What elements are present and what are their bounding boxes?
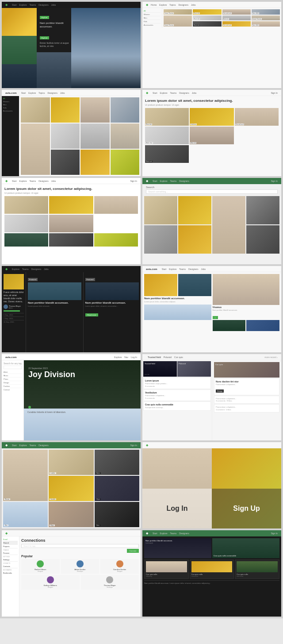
nav-home[interactable]: Home xyxy=(151,4,157,6)
r2l-p7[interactable] xyxy=(80,123,110,149)
r5r-nav-trusted[interactable]: Trusted field xyxy=(148,356,161,359)
nav-item-start[interactable]: Start xyxy=(12,4,17,6)
r4r-nav-jobs[interactable]: Jobs xyxy=(201,268,206,270)
r3r-p1[interactable] xyxy=(144,196,177,224)
r3r-p7[interactable] xyxy=(246,225,279,254)
nav-jobs[interactable]: Jobs xyxy=(191,4,196,6)
r2l-p2[interactable] xyxy=(51,97,80,123)
sidebar-cat-access[interactable]: Accessories xyxy=(3,110,18,112)
product-item-5[interactable]: Susan Thomas xyxy=(164,15,192,27)
r4l-nav-jobs[interactable]: Jobs xyxy=(44,268,49,270)
r6l-nav-explore[interactable]: Explore xyxy=(19,444,27,447)
r5r-nunc-tag[interactable]: Design xyxy=(216,389,224,393)
product-item-2[interactable]: Blond skit xyxy=(193,9,221,15)
r7r-nav-designers[interactable]: Designers xyxy=(179,532,189,535)
sidebar-cat-men[interactable]: Men xyxy=(3,104,18,106)
r2l-p11[interactable] xyxy=(111,150,140,175)
r4r-img2[interactable] xyxy=(178,274,211,296)
r6r-login-text[interactable]: Log In xyxy=(167,505,188,513)
r5r-nav-conq[interactable]: Con quis xyxy=(174,356,183,359)
r4r-woman-img[interactable] xyxy=(213,274,280,305)
r3r-nav-signin[interactable]: Sign In xyxy=(271,180,278,182)
r3r-search-input[interactable]: Search something... xyxy=(146,189,278,194)
r4r-img1[interactable] xyxy=(144,274,177,296)
r3r-p4[interactable] xyxy=(246,196,279,224)
r3l-p4[interactable] xyxy=(4,215,48,232)
r7r-nav-explore[interactable]: Explore xyxy=(160,532,168,535)
r5l-cat-artist[interactable]: Artist xyxy=(4,370,22,374)
r2r-p2[interactable]: Gold item xyxy=(190,108,233,126)
r4l-nav-designers[interactable]: Designers xyxy=(31,268,42,270)
r5l-cat-music[interactable]: Music xyxy=(4,374,22,378)
nav-r2r-explore[interactable]: Explore xyxy=(160,92,168,94)
r5r-img-night[interactable]: Trusted field ★ ★ ★ xyxy=(143,361,177,377)
product-item-8[interactable]: Susan Thomas xyxy=(252,15,280,21)
cat-men[interactable]: Men xyxy=(144,16,161,20)
r2l-p6[interactable] xyxy=(51,123,80,149)
r3l-p3[interactable] xyxy=(94,196,138,214)
r2r-p6[interactable]: Black rock xyxy=(145,145,189,163)
r5l-cat-contact[interactable]: Contact xyxy=(4,388,22,391)
r7l-user-1[interactable]: Rachel Gibson Designer xyxy=(21,559,60,574)
r7l-sb-contacts[interactable]: Contacts xyxy=(3,565,18,568)
r6l-p-black[interactable]: Black xyxy=(95,502,139,527)
r4r-b1[interactable] xyxy=(213,320,246,331)
nav-item-explore[interactable]: Explore xyxy=(19,4,27,6)
r7r-nav-signin[interactable]: Sign In xyxy=(271,532,278,535)
r5r-img-polaroid[interactable]: Polaroid xyxy=(177,361,211,377)
nav-explore[interactable]: Explore xyxy=(159,4,167,6)
nav-explore-r2l[interactable]: Explore xyxy=(28,92,36,94)
r7l-user-5[interactable]: Thomas Bloger Developer xyxy=(81,575,139,590)
r3l-nav-explore[interactable]: Explore xyxy=(19,180,27,182)
r7l-sb-shared[interactable]: Shared xyxy=(3,541,18,545)
r7r-c2-img[interactable] xyxy=(191,561,233,572)
nav-r2r-designers[interactable]: Designers xyxy=(179,92,189,94)
r4r-btn[interactable]: + xyxy=(213,316,218,319)
r6l-p-woman[interactable]: Woman xyxy=(3,450,48,501)
r3l-p2[interactable] xyxy=(49,196,93,214)
r7r-nav-teams[interactable]: Teams xyxy=(170,532,177,535)
r3l-p6[interactable] xyxy=(4,233,48,247)
r2l-p4[interactable] xyxy=(111,97,140,123)
r6l-p-stone[interactable]: Stone xyxy=(95,450,139,475)
r7l-sb-finance[interactable]: Finance xyxy=(3,551,18,555)
cat-accessories[interactable]: Accessories xyxy=(144,23,161,27)
r6l-nav-designers[interactable]: Designers xyxy=(38,444,49,447)
r2l-p10[interactable] xyxy=(80,150,110,175)
r3l-signin[interactable]: Sign In xyxy=(130,180,137,182)
nav-item-jobs[interactable]: Jobs xyxy=(51,4,56,6)
nav-designers-r2l[interactable]: Designers xyxy=(47,92,57,94)
r4l-read-more[interactable]: Read more xyxy=(85,313,99,316)
r3r-nav-explore[interactable]: Explore xyxy=(160,180,168,182)
r2r-p5[interactable]: Mark skit xyxy=(190,127,233,144)
r7l-sb-email[interactable]: Email xyxy=(3,538,18,541)
r3l-p5[interactable] xyxy=(49,215,93,232)
nav-r2r-signin[interactable]: Sign In xyxy=(271,92,278,94)
r5l-search-input[interactable] xyxy=(4,366,22,369)
r6l-p-dark[interactable]: Object xyxy=(95,476,139,501)
nav-r2r-teams[interactable]: Teams xyxy=(170,92,177,94)
r6l-p-leather[interactable]: Leather xyxy=(49,450,93,475)
r7l-sb-projects[interactable]: Projects xyxy=(3,545,18,548)
r3l-nav-teams[interactable]: Teams xyxy=(30,180,36,182)
r3r-nav-teams[interactable]: Teams xyxy=(170,180,177,182)
r7l-search-input[interactable]: Search for tags xyxy=(21,544,139,548)
r3l-nav-start[interactable]: Start xyxy=(12,180,17,182)
r5l-cat-fashion[interactable]: Fashion xyxy=(4,385,22,388)
cat-all[interactable]: All xyxy=(144,9,161,13)
cat-kids[interactable]: Kids xyxy=(144,20,161,23)
nav-r2r-start[interactable]: Start xyxy=(153,92,157,94)
r6l-nav-start[interactable]: Start xyxy=(12,444,17,447)
r2l-p9[interactable] xyxy=(51,150,80,175)
r4r-b2[interactable] xyxy=(246,320,279,331)
r5l-login[interactable]: Log In xyxy=(131,356,137,359)
r3l-p8[interactable] xyxy=(94,233,138,247)
nav-r2r-jobs[interactable]: Jobs xyxy=(192,92,197,94)
r6l-nav-signin[interactable]: Sign In xyxy=(130,444,137,447)
r2l-p1[interactable] xyxy=(21,97,50,123)
r2r-p1[interactable]: Blond skit xyxy=(145,108,189,126)
r2l-p3[interactable] xyxy=(80,97,110,123)
nav-designers[interactable]: Designers xyxy=(178,4,188,6)
r3r-p5[interactable] xyxy=(144,225,177,254)
r7l-sb-bookmarks[interactable]: Bookmarks xyxy=(3,571,18,575)
